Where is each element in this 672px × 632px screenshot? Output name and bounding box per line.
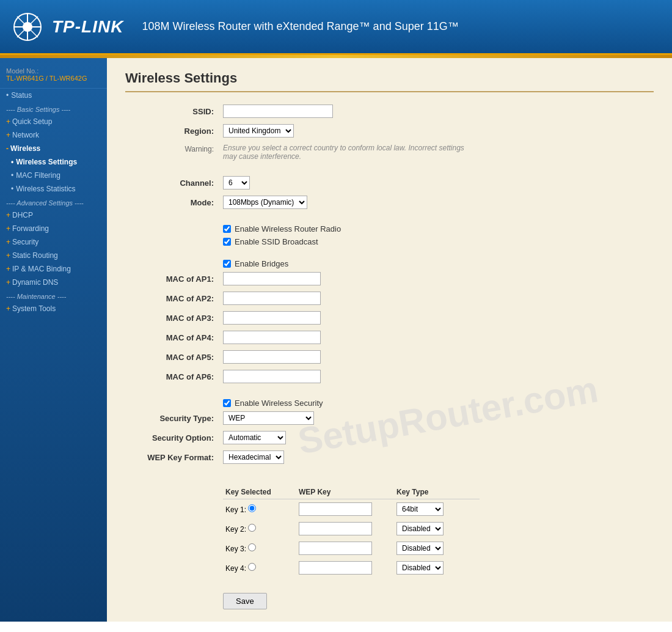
sidebar-item-system-tools[interactable]: +System Tools: [0, 302, 107, 315]
enable-radio-row: Enable Wireless Router Radio: [223, 224, 654, 233]
security-type-row: Security Type: WEP WPA-PSK/WPA2-PSK WPA/…: [125, 411, 654, 425]
mac-ap5-row: MAC of AP5:: [125, 350, 654, 364]
key4-radio[interactable]: [248, 563, 256, 571]
channel-label: Channel:: [125, 176, 223, 188]
header-title: 108M Wireless Router with eXtended Range…: [142, 20, 458, 33]
sidebar-section-basic: ---- Basic Settings ----: [0, 102, 107, 115]
key3-label-cell: Key 3:: [223, 538, 296, 558]
save-button[interactable]: Save: [223, 593, 267, 609]
page-title: Wireless Settings: [125, 70, 654, 92]
sidebar-section-advanced: ---- Advanced Settings ----: [0, 196, 107, 208]
enable-ssid-checkbox[interactable]: [223, 238, 231, 246]
sidebar-model: Model No.: TL-WR641G / TL-WR642G: [0, 64, 107, 89]
key1-radio[interactable]: [248, 504, 256, 512]
wep-key-format-select[interactable]: Hexadecimal ASCII: [223, 450, 284, 464]
mac-ap1-row: MAC of AP1:: [125, 272, 654, 285]
security-option-row: Security Option: Automatic Open System S…: [125, 431, 654, 444]
tp-link-logo-text: TP-LINK: [52, 17, 123, 37]
mac-ap6-row: MAC of AP6:: [125, 370, 654, 383]
warning-row: Warning: Ensure you select a correct cou…: [125, 144, 654, 161]
ssid-input[interactable]: [223, 105, 333, 118]
sidebar-item-wireless-settings[interactable]: •Wireless Settings: [0, 155, 107, 169]
ssid-row: SSID:: [125, 105, 654, 118]
key3-label: Key 3:: [225, 545, 246, 553]
wep-key-format-row: WEP Key Format: Hexadecimal ASCII: [125, 450, 654, 464]
region-select[interactable]: United Kingdom United States Canada Aust…: [223, 124, 294, 138]
key3-value-cell: [296, 538, 394, 558]
key4-label: Key 4:: [225, 564, 246, 573]
region-label: Region:: [125, 124, 223, 136]
key1-input[interactable]: [299, 502, 372, 516]
mac-ap4-input[interactable]: [223, 331, 321, 344]
main-content: SetupRouter.com Wireless Settings SSID: …: [107, 58, 672, 622]
key2-input[interactable]: [299, 522, 372, 535]
enable-radio-checkbox[interactable]: [223, 225, 231, 233]
key2-label-cell: Key 2:: [223, 519, 296, 538]
key2-label: Key 2:: [225, 525, 246, 534]
table-row: Key 3: 64bit 128bit 152bit: [223, 538, 480, 558]
key1-label-cell: Key 1:: [223, 499, 296, 520]
mac-ap4-row: MAC of AP4:: [125, 331, 654, 344]
channel-select[interactable]: 12345 6789 10111213: [223, 176, 250, 189]
tp-link-logo-icon: [12, 12, 43, 42]
sidebar-item-dhcp[interactable]: +DHCP: [0, 208, 107, 222]
enable-security-row: Enable Wireless Security: [223, 399, 654, 408]
sidebar-item-ip-mac-binding[interactable]: +IP & MAC Binding: [0, 262, 107, 276]
enable-radio-label: Enable Wireless Router Radio: [235, 224, 341, 233]
key1-type-cell: 64bit 128bit 152bit Disabled: [394, 499, 480, 520]
key-table: Key Selected WEP Key Key Type Key 1:: [223, 485, 654, 578]
enable-ssid-label: Enable SSID Broadcast: [235, 237, 318, 246]
sidebar-item-security[interactable]: +Security: [0, 235, 107, 249]
mac-ap4-label: MAC of AP4:: [125, 331, 223, 342]
sidebar-item-network[interactable]: +Network: [0, 128, 107, 142]
mac-ap2-label: MAC of AP2:: [125, 292, 223, 303]
key3-type-cell: 64bit 128bit 152bit Disabled: [394, 538, 480, 558]
key4-label-cell: Key 4:: [223, 558, 296, 578]
mac-ap1-label: MAC of AP1:: [125, 272, 223, 284]
sidebar-item-status[interactable]: •Status: [0, 89, 107, 102]
sidebar-item-quick-setup[interactable]: +Quick Setup: [0, 115, 107, 128]
security-type-select[interactable]: WEP WPA-PSK/WPA2-PSK WPA/WPA2: [223, 411, 314, 425]
sidebar-item-wireless-statistics[interactable]: •Wireless Statistics: [0, 182, 107, 196]
key2-radio[interactable]: [248, 524, 256, 532]
security-type-label: Security Type:: [125, 411, 223, 423]
enable-security-checkbox[interactable]: [223, 399, 231, 407]
mac-ap6-label: MAC of AP6:: [125, 370, 223, 381]
key2-type-cell: 64bit 128bit 152bit Disabled: [394, 519, 480, 538]
security-option-select[interactable]: Automatic Open System Shared Key: [223, 431, 286, 444]
mode-select[interactable]: 108Mbps (Dynamic) 54Mbps (802.11g) 11Mbp…: [223, 196, 307, 209]
key2-type-select[interactable]: 64bit 128bit 152bit Disabled: [396, 522, 444, 535]
key3-radio[interactable]: [248, 543, 256, 551]
mac-ap2-input[interactable]: [223, 292, 321, 305]
header: TP-LINK 108M Wireless Router with eXtend…: [0, 0, 672, 55]
key-selected-header: Key Selected: [223, 485, 296, 499]
sidebar-item-forwarding[interactable]: +Forwarding: [0, 222, 107, 235]
mac-ap3-row: MAC of AP3:: [125, 311, 654, 325]
enable-bridges-label: Enable Bridges: [235, 259, 288, 268]
logo-area: TP-LINK: [12, 12, 123, 42]
mac-ap1-input[interactable]: [223, 272, 321, 285]
mode-row: Mode: 108Mbps (Dynamic) 54Mbps (802.11g)…: [125, 196, 654, 209]
sidebar-item-dynamic-dns[interactable]: +Dynamic DNS: [0, 276, 107, 289]
table-row: Key 4: 64bit 128bit 152bit: [223, 558, 480, 578]
key4-type-select[interactable]: 64bit 128bit 152bit Disabled: [396, 561, 444, 575]
mac-ap6-input[interactable]: [223, 370, 321, 383]
sidebar: Model No.: TL-WR641G / TL-WR642G •Status…: [0, 58, 107, 622]
mac-ap5-input[interactable]: [223, 350, 321, 364]
mac-ap3-input[interactable]: [223, 311, 321, 325]
mac-ap3-label: MAC of AP3:: [125, 311, 223, 323]
enable-bridges-checkbox[interactable]: [223, 260, 231, 268]
sidebar-section-maintenance: ---- Maintenance ----: [0, 289, 107, 302]
key1-type-select[interactable]: 64bit 128bit 152bit Disabled: [396, 502, 444, 516]
warning-text: Ensure you select a correct country to c…: [223, 144, 467, 161]
channel-row: Channel: 12345 6789 10111213: [125, 176, 654, 189]
key3-type-select[interactable]: 64bit 128bit 152bit Disabled: [396, 542, 444, 555]
key3-input[interactable]: [299, 542, 372, 555]
sidebar-item-mac-filtering[interactable]: •MAC Filtering: [0, 169, 107, 182]
sidebar-item-static-routing[interactable]: +Static Routing: [0, 249, 107, 262]
key2-value-cell: [296, 519, 394, 538]
sidebar-item-wireless[interactable]: -Wireless: [0, 142, 107, 155]
enable-ssid-row: Enable SSID Broadcast: [223, 237, 654, 246]
mac-ap5-label: MAC of AP5:: [125, 350, 223, 362]
key4-input[interactable]: [299, 561, 372, 575]
